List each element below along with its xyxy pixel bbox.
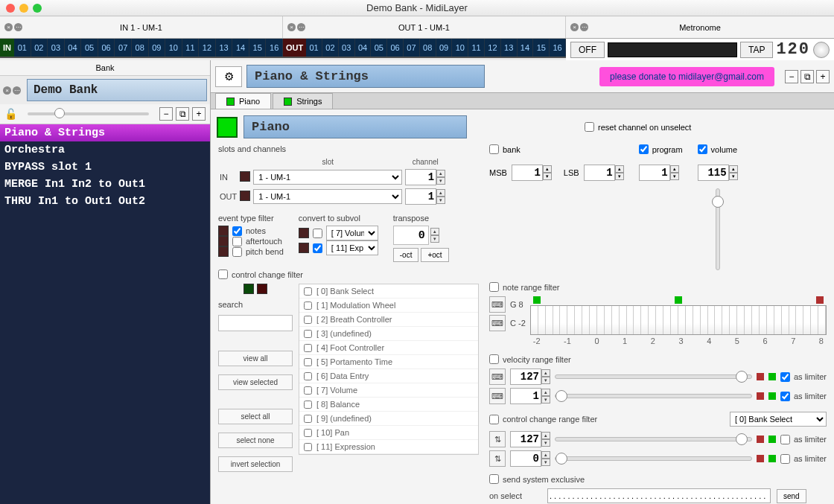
reset-channel-check[interactable]: reset channel on unselect [585, 122, 691, 132]
oct-up-button[interactable]: +oct [421, 248, 448, 262]
bank-name[interactable]: Demo Bank [27, 79, 207, 101]
limiter-check[interactable]: as limiter [780, 392, 827, 401]
cc-hi-input[interactable] [510, 431, 541, 447]
invert-button[interactable]: invert selection [218, 456, 293, 472]
slider-icon[interactable]: ⇅ [489, 450, 506, 467]
ch[interactable]: 01 [14, 39, 31, 57]
sysex-onselect-input[interactable] [547, 488, 771, 503]
in-channel-input[interactable] [405, 169, 436, 185]
list-item[interactable]: [ 8] Balance [299, 398, 478, 412]
tab-strings[interactable]: Strings [273, 93, 333, 109]
list-item[interactable]: [ 1] Modulation Wheel [299, 299, 478, 313]
pitchbend-check[interactable]: pitch bend [218, 246, 284, 257]
cc-lo-input[interactable] [510, 450, 541, 467]
vel-lo-input[interactable] [510, 388, 541, 404]
preset-name[interactable]: Piano & Strings [246, 65, 485, 88]
list-item[interactable]: Piano & Strings [0, 124, 210, 141]
close-icon[interactable]: × [3, 86, 11, 95]
velrange-check[interactable]: velocity range filter [489, 354, 827, 364]
list-item[interactable]: [ 6] Data Entry [299, 369, 478, 383]
list-item[interactable]: [ 11] Expression [299, 440, 478, 454]
lsb-input[interactable] [584, 165, 615, 181]
close-icon[interactable]: × [4, 23, 13, 31]
dot-icon[interactable]: ⋯ [14, 23, 22, 31]
cc-search-input[interactable] [218, 315, 293, 331]
cc-lo-slider[interactable] [555, 456, 752, 461]
convert-b[interactable]: [ 11] Express [299, 240, 378, 255]
view-selected-button[interactable]: view selected [218, 374, 293, 390]
program-input[interactable] [639, 165, 670, 181]
minus-button[interactable]: − [159, 107, 173, 121]
list-item[interactable]: [ 7] Volume [299, 383, 478, 398]
tab-piano[interactable]: Piano [215, 93, 271, 109]
convert-a[interactable]: [ 7] Volume [299, 226, 378, 240]
list-item[interactable]: [ 9] (undefined) [299, 412, 478, 426]
bank-slider[interactable] [28, 112, 149, 115]
plus-button[interactable]: + [816, 70, 830, 83]
cc-list[interactable]: [ 0] Bank Select [ 1] Modulation Wheel [… [299, 284, 479, 455]
noterange-check[interactable]: note range filter [489, 282, 827, 292]
minimize-icon[interactable] [19, 4, 28, 13]
oct-down-button[interactable]: -oct [393, 248, 419, 262]
metro-tap-button[interactable]: TAP [740, 42, 773, 58]
list-item[interactable]: [ 4] Foot Controller [299, 341, 478, 355]
list-item[interactable]: [ 10] Pan [299, 426, 478, 440]
tempo-knob[interactable] [813, 42, 830, 58]
transpose-input[interactable] [393, 226, 429, 245]
close-icon[interactable] [6, 4, 15, 13]
piano-icon[interactable]: ⌨ [489, 369, 506, 385]
zoom-icon[interactable] [33, 4, 42, 13]
copy-button[interactable]: ⧉ [800, 70, 814, 83]
vel-hi-input[interactable] [510, 369, 541, 385]
piano-icon[interactable]: ⌨ [489, 315, 506, 331]
list-item[interactable]: [ 5] Portamento Time [299, 355, 478, 369]
dot-icon[interactable]: ⋯ [580, 23, 588, 31]
volume-check[interactable]: volume [698, 144, 738, 154]
vel-hi-slider[interactable] [555, 374, 752, 379]
cc-filter-check[interactable]: control change filter [218, 269, 479, 279]
program-check[interactable]: program [639, 144, 683, 154]
volume-input[interactable] [698, 165, 729, 181]
ccrange-check[interactable]: control change range filter [489, 415, 597, 424]
notes-check[interactable]: notes [218, 226, 284, 236]
lock-icon[interactable]: 🔓 [4, 108, 17, 120]
ccrange-select[interactable]: [ 0] Bank Select [730, 412, 827, 427]
vel-lo-slider[interactable] [555, 394, 752, 398]
volume-slider[interactable] [716, 188, 720, 270]
piano-keyboard[interactable] [530, 305, 827, 335]
msb-input[interactable] [512, 165, 543, 181]
piano-icon[interactable]: ⌨ [489, 388, 506, 404]
bank-check[interactable]: bank [489, 144, 624, 154]
slider-icon[interactable]: ⇅ [489, 431, 506, 447]
element-name[interactable]: Piano [243, 115, 467, 138]
cc-hi-slider[interactable] [555, 437, 752, 441]
view-all-button[interactable]: view all [218, 351, 293, 366]
settings-button[interactable]: ⚙ [215, 66, 242, 87]
piano-icon[interactable]: ⌨ [489, 296, 506, 313]
select-none-button[interactable]: select none [218, 433, 293, 448]
close-icon[interactable]: × [287, 23, 296, 31]
limiter-check[interactable]: as limiter [780, 372, 827, 382]
copy-button[interactable]: ⧉ [176, 107, 189, 121]
limiter-check[interactable]: as limiter [780, 454, 827, 464]
aftertouch-check[interactable]: aftertouch [218, 236, 284, 246]
list-item[interactable]: [ 3] (undefined) [299, 327, 478, 341]
dot-icon[interactable]: ⋯ [13, 86, 21, 95]
preset-list[interactable]: Piano & Strings Orchestra BYPASS slot 1 … [0, 124, 210, 504]
plus-button[interactable]: + [192, 107, 206, 121]
send-button[interactable]: send [777, 489, 806, 503]
out-channel-input[interactable] [405, 188, 436, 205]
element-active-icon[interactable] [217, 117, 238, 138]
metro-off-button[interactable]: OFF [570, 42, 605, 58]
sysex-check[interactable]: send system exclusive [489, 474, 827, 484]
list-item[interactable]: BYPASS slot 1 [0, 159, 210, 176]
list-item[interactable]: [ 0] Bank Select [299, 284, 478, 299]
dot-icon[interactable]: ⋯ [297, 23, 305, 31]
in-slot-select[interactable]: 1 - UM-1 [253, 170, 402, 185]
out-slot-select[interactable]: 1 - UM-1 [253, 189, 402, 204]
close-icon[interactable]: × [570, 23, 579, 31]
donate-banner[interactable]: please donate to midilayer@gmail.com [599, 67, 774, 86]
list-item[interactable]: [ 2] Breath Controller [299, 313, 478, 327]
list-item[interactable]: MERGE In1 In2 to Out1 [0, 176, 210, 193]
select-all-button[interactable]: select all [218, 409, 293, 424]
